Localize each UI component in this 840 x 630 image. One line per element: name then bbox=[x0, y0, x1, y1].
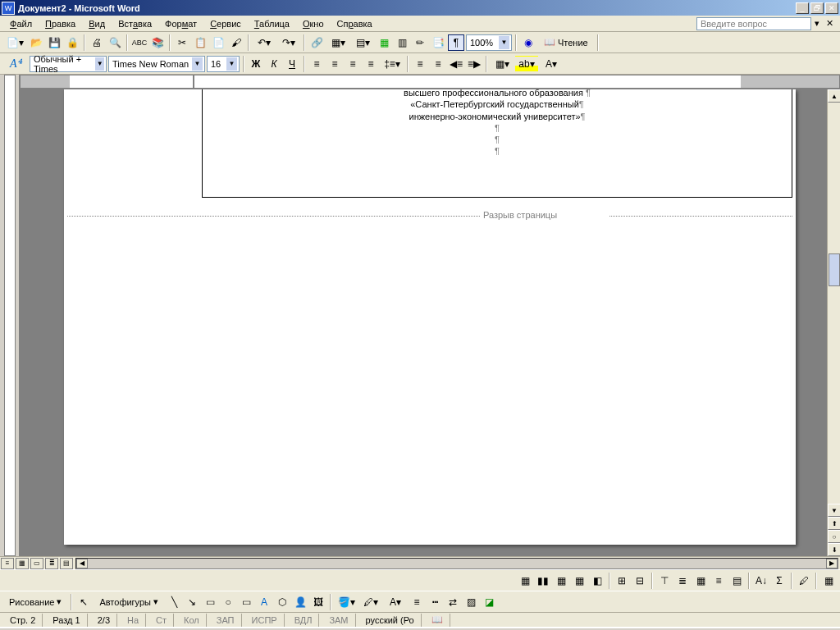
tool-button[interactable]: ▦ bbox=[571, 573, 587, 589]
tool-button[interactable]: ▦ bbox=[553, 573, 569, 589]
shadow-button[interactable]: ▨ bbox=[463, 594, 479, 610]
document-viewport[interactable]: высшего профессионального образования ¶ … bbox=[20, 89, 840, 556]
vertical-ruler[interactable] bbox=[0, 75, 20, 556]
menu-tools[interactable]: Сервис bbox=[203, 17, 248, 30]
help-dropdown[interactable]: ▾ bbox=[811, 18, 823, 29]
cut-button[interactable]: ✂ bbox=[174, 34, 190, 51]
format-painter-button[interactable]: 🖌 bbox=[228, 34, 244, 51]
next-page-button[interactable]: ⬇ bbox=[828, 543, 840, 556]
horizontal-ruler[interactable] bbox=[20, 75, 840, 89]
print-button[interactable]: 🖨 bbox=[89, 34, 105, 51]
align-right-button[interactable]: ≡ bbox=[345, 56, 361, 72]
status-lang[interactable]: русский (Ро bbox=[359, 614, 422, 627]
zoom-combo[interactable]: 100%▼ bbox=[466, 34, 512, 51]
status-ovr[interactable]: ЗАМ bbox=[322, 614, 355, 627]
research-button[interactable]: 📚 bbox=[149, 34, 166, 51]
3d-button[interactable]: ◪ bbox=[481, 594, 497, 610]
menu-format[interactable]: Формат bbox=[158, 17, 203, 30]
bold-button[interactable]: Ж bbox=[248, 56, 264, 72]
tool-button[interactable]: ⊟ bbox=[632, 573, 648, 589]
tool-button[interactable]: ▤ bbox=[728, 573, 745, 589]
help-search-input[interactable]: Введите вопрос bbox=[696, 17, 811, 30]
status-trk[interactable]: ИСПР bbox=[245, 614, 285, 627]
tables-borders-button[interactable]: ▦▾ bbox=[326, 34, 349, 51]
font-size-combo[interactable]: 16▼ bbox=[207, 56, 240, 72]
rectangle-tool-button[interactable]: ▭ bbox=[202, 594, 218, 610]
close-button[interactable]: ✕ bbox=[825, 2, 838, 14]
style-combo[interactable]: Обычный + Times▼ bbox=[30, 56, 107, 72]
numbering-button[interactable]: ≡ bbox=[412, 56, 428, 72]
arrow-style-button[interactable]: ⇄ bbox=[445, 594, 461, 610]
scroll-down-button[interactable]: ▼ bbox=[828, 504, 840, 517]
menu-file[interactable]: Файл bbox=[3, 17, 39, 30]
docmap-button[interactable]: 📑 bbox=[430, 34, 446, 51]
increase-indent-button[interactable]: ≡▶ bbox=[466, 56, 482, 72]
borders-button[interactable]: ▦▾ bbox=[491, 56, 514, 72]
tool-button[interactable]: ▦ bbox=[692, 573, 709, 589]
insert-table-button[interactable]: ▤▾ bbox=[351, 34, 374, 51]
select-objects-button[interactable]: ↖ bbox=[75, 594, 92, 610]
arrow-tool-button[interactable]: ↘ bbox=[184, 594, 200, 610]
textbox-tool-button[interactable]: ▭ bbox=[238, 594, 254, 610]
redo-button[interactable]: ↷▾ bbox=[277, 34, 300, 51]
line-spacing-button[interactable]: ‡≡▾ bbox=[381, 56, 404, 72]
line-color-button[interactable]: 🖊▾ bbox=[359, 594, 382, 610]
picture-button[interactable]: 🖼 bbox=[310, 594, 326, 610]
hyperlink-button[interactable]: 🔗 bbox=[308, 34, 325, 51]
underline-button[interactable]: Ч bbox=[284, 56, 300, 72]
font-color-button[interactable]: A▾ bbox=[540, 56, 563, 72]
autoshapes-menu[interactable]: Автофигуры ▾ bbox=[94, 594, 164, 610]
print-view-button[interactable]: ▭ bbox=[30, 558, 43, 569]
excel-button[interactable]: ▦ bbox=[376, 34, 392, 51]
spellcheck-button[interactable]: ABC bbox=[131, 34, 148, 51]
permissions-button[interactable]: 🔒 bbox=[64, 34, 80, 51]
highlight-button[interactable]: ab▾ bbox=[515, 56, 538, 72]
minimize-button[interactable]: _ bbox=[796, 2, 809, 14]
menu-window[interactable]: Окно bbox=[296, 17, 331, 30]
outline-view-button[interactable]: ≣ bbox=[45, 558, 58, 569]
preview-button[interactable]: 🔍 bbox=[107, 34, 123, 51]
tool-button[interactable]: ◧ bbox=[589, 573, 605, 589]
new-doc-button[interactable]: 📄▾ bbox=[3, 34, 26, 51]
read-mode-button[interactable]: 📖 Чтение bbox=[538, 34, 594, 51]
scroll-thumb[interactable] bbox=[829, 253, 840, 286]
doc-close-button[interactable]: ✕ bbox=[823, 18, 837, 29]
vertical-scrollbar[interactable]: ▲ ▼ ⬆ ○ ⬇ bbox=[827, 89, 840, 556]
tool-button[interactable]: ≣ bbox=[674, 573, 691, 589]
align-left-button[interactable]: ≡ bbox=[308, 56, 325, 72]
drawing-menu[interactable]: Рисование ▾ bbox=[3, 594, 67, 610]
copy-button[interactable]: 📋 bbox=[192, 34, 208, 51]
horizontal-scrollbar[interactable]: ◀ ▶ bbox=[75, 558, 838, 569]
normal-view-button[interactable]: ≡ bbox=[1, 558, 14, 569]
wordart-button[interactable]: A bbox=[256, 594, 272, 610]
tool-button[interactable]: Σ bbox=[771, 573, 788, 589]
open-button[interactable]: 📂 bbox=[28, 34, 44, 51]
tool-button[interactable]: ⊞ bbox=[614, 573, 630, 589]
reading-view-button[interactable]: ▤ bbox=[60, 558, 73, 569]
diagram-button[interactable]: ⬡ bbox=[274, 594, 290, 610]
menu-edit[interactable]: Правка bbox=[39, 17, 82, 30]
paste-button[interactable]: 📄 bbox=[210, 34, 226, 51]
styles-pane-button[interactable]: A⁴ bbox=[3, 56, 28, 72]
scroll-up-button[interactable]: ▲ bbox=[828, 89, 840, 103]
status-ext[interactable]: ВДЛ bbox=[288, 614, 320, 627]
text-frame[interactable]: высшего профессионального образования ¶ … bbox=[202, 89, 792, 198]
tool-button[interactable]: ▮▮ bbox=[535, 573, 551, 589]
menu-insert[interactable]: Вставка bbox=[112, 17, 158, 30]
prev-page-button[interactable]: ⬆ bbox=[828, 517, 840, 530]
columns-button[interactable]: ▥ bbox=[394, 34, 410, 51]
undo-button[interactable]: ↶▾ bbox=[253, 34, 276, 51]
tool-button[interactable]: ▦ bbox=[820, 573, 837, 589]
status-spell-icon[interactable]: 📖 bbox=[425, 614, 450, 627]
italic-button[interactable]: К bbox=[266, 56, 282, 72]
tool-button[interactable]: ⊤ bbox=[656, 573, 673, 589]
tool-button[interactable]: ≡ bbox=[710, 573, 727, 589]
line-tool-button[interactable]: ╲ bbox=[166, 594, 182, 610]
restore-button[interactable]: 🗗 bbox=[810, 2, 824, 14]
show-marks-button[interactable]: ¶ bbox=[448, 34, 464, 51]
help-button[interactable]: ◉ bbox=[520, 34, 536, 51]
tool-button[interactable]: ▦ bbox=[517, 573, 533, 589]
menu-view[interactable]: Вид bbox=[82, 17, 112, 30]
menu-help[interactable]: Справка bbox=[331, 17, 379, 30]
drawing-toggle-button[interactable]: ✏ bbox=[412, 34, 428, 51]
